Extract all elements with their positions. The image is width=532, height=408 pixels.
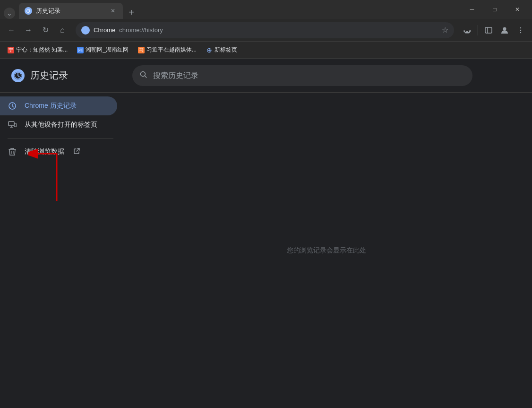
history-content-area: 您的浏览记录会显示在此处	[121, 93, 532, 408]
tab-strip: ⌄ ⏱ 历史记录 ✕ +	[4, 0, 461, 19]
bookmark-favicon-4: ⊕	[206, 47, 213, 53]
menu-button[interactable]	[513, 23, 528, 38]
svg-point-6	[520, 32, 521, 33]
bookmark-item-2[interactable]: 湘 湘朝网_湖南红网	[73, 44, 132, 56]
title-bar: ⌄ ⏱ 历史记录 ✕ + ─ □ ✕	[0, 0, 532, 19]
history-icon	[8, 101, 17, 111]
bookmark-label-4: 新标签页	[215, 46, 237, 54]
tab-close-button[interactable]: ✕	[109, 7, 117, 15]
history-title-area: 历史记录	[11, 69, 125, 82]
maximize-button[interactable]: □	[484, 2, 506, 17]
minimize-button[interactable]: ─	[461, 2, 483, 17]
window-controls: ─ □ ✕	[461, 2, 528, 17]
svg-point-5	[520, 29, 521, 30]
history-page-title: 历史记录	[30, 69, 68, 82]
bookmark-star-icon[interactable]: ☆	[442, 26, 448, 35]
svg-rect-11	[9, 122, 14, 126]
bookmark-item-3[interactable]: 习 习近平在越南媒体...	[134, 44, 200, 56]
nav-right-icons	[460, 23, 528, 38]
extensions-button[interactable]	[460, 23, 475, 38]
forward-button[interactable]: →	[21, 23, 36, 38]
devices-icon	[8, 120, 17, 130]
empty-history-message: 您的浏览记录会显示在此处	[287, 246, 366, 255]
trash-icon	[8, 147, 17, 156]
address-bar[interactable]: Chrome chrome://history ☆	[76, 22, 454, 38]
bookmark-item-1[interactable]: 宁 宁心：知然然 知某...	[4, 44, 71, 56]
nav-separator	[478, 25, 478, 35]
bookmark-favicon-2: 湘	[77, 47, 84, 53]
sidebar-item-chrome-history[interactable]: Chrome 历史记录	[0, 96, 117, 115]
history-layout: 历史记录	[0, 59, 532, 408]
sidebar-button[interactable]	[481, 23, 496, 38]
sidebar: Chrome 历史记录 从其他设备打开的标签页	[0, 93, 121, 408]
active-tab[interactable]: ⏱ 历史记录 ✕	[19, 3, 123, 19]
sidebar-item-clear-data[interactable]: 清除浏览数据	[0, 142, 117, 161]
bookmark-label-2: 湘朝网_湖南红网	[86, 46, 129, 54]
main-content: 历史记录	[0, 59, 532, 408]
search-input[interactable]	[153, 71, 465, 80]
svg-rect-1	[485, 27, 492, 33]
sidebar-item-other-devices[interactable]: 从其他设备打开的标签页	[0, 115, 117, 134]
history-body: Chrome 历史记录 从其他设备打开的标签页	[0, 93, 532, 408]
profile-button[interactable]	[497, 23, 512, 38]
bookmark-item-4[interactable]: ⊕ 新标签页	[202, 44, 241, 56]
bookmarks-bar: 宁 宁心：知然然 知某... 湘 湘朝网_湖南红网 习 习近平在越南媒体... …	[0, 42, 532, 59]
tab-title: 历史记录	[36, 7, 105, 15]
sidebar-item-label-clear-data: 清除浏览数据	[25, 148, 64, 156]
address-url: chrome://history	[119, 26, 163, 34]
sidebar-divider	[8, 138, 113, 139]
external-link-icon	[74, 148, 80, 156]
tab-search-button[interactable]: ⌄	[4, 8, 15, 19]
new-tab-button[interactable]: +	[125, 6, 138, 19]
navigation-bar: ← → ↻ ⌂ Chrome chrome://history ☆	[0, 19, 532, 42]
svg-point-4	[520, 27, 521, 28]
search-icon	[140, 71, 147, 80]
address-favicon	[81, 26, 90, 35]
history-page-icon	[11, 69, 25, 82]
home-button[interactable]: ⌂	[55, 23, 70, 38]
bookmark-label-3: 习近平在越南媒体...	[146, 46, 197, 54]
search-bar[interactable]	[132, 65, 472, 86]
svg-point-3	[503, 27, 506, 30]
close-button[interactable]: ✕	[506, 2, 528, 17]
bookmark-label-1: 宁心：知然然 知某...	[16, 46, 68, 54]
sidebar-item-label-other-devices: 从其他设备打开的标签页	[25, 121, 97, 129]
tab-favicon: ⏱	[25, 7, 32, 15]
reload-button[interactable]: ↻	[38, 23, 53, 38]
back-button[interactable]: ←	[4, 23, 19, 38]
history-header: 历史记录	[0, 59, 532, 93]
sidebar-item-label-chrome-history: Chrome 历史记录	[25, 102, 77, 110]
bookmark-favicon-3: 习	[138, 47, 145, 53]
bookmark-favicon-1: 宁	[8, 47, 14, 53]
address-site-name: Chrome	[94, 26, 115, 34]
